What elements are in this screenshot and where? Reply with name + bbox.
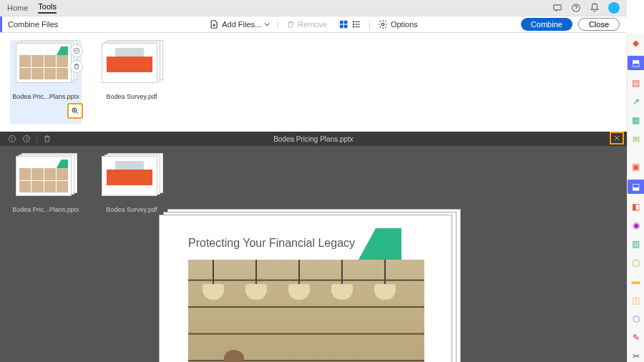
preview-thumb[interactable]: Bodea Survey.pdf	[96, 153, 167, 215]
preview-title: Bodea Pricing Plans.pptx	[273, 135, 353, 143]
options-label: Options	[391, 20, 418, 29]
rail-protect-icon[interactable]: ⬡	[630, 313, 643, 325]
prev-page-icon[interactable]	[7, 134, 17, 144]
app-top-bar: Home Tools	[0, 0, 627, 16]
collapse-icon[interactable]	[70, 44, 83, 57]
rail-edit-icon[interactable]: ▤	[630, 77, 643, 89]
rail-stamp-icon[interactable]: ◉	[630, 220, 643, 231]
rail-organize-icon[interactable]: ▦	[630, 114, 643, 126]
rail-export-icon[interactable]: ↗	[630, 96, 643, 107]
tab-tools[interactable]: Tools	[38, 2, 57, 14]
svg-point-6	[353, 21, 353, 22]
files-grid: Bodea Pric...Plans.pptx Bodea Survey.pdf	[0, 33, 627, 132]
list-view-icon[interactable]	[351, 19, 361, 29]
delete-preview-icon[interactable]	[42, 134, 52, 144]
help-icon[interactable]	[571, 3, 581, 13]
expand-thumbnail-button[interactable]	[67, 103, 83, 119]
grid-view-icon[interactable]	[338, 19, 348, 29]
tab-home[interactable]: Home	[7, 4, 28, 12]
svg-point-12	[381, 23, 384, 26]
rail-combine-icon[interactable]: ⬒	[628, 56, 645, 70]
svg-point-20	[24, 136, 30, 142]
remove-button: Remove	[286, 20, 327, 29]
delete-icon[interactable]	[70, 60, 83, 73]
rail-tool-icon[interactable]: ▣	[630, 161, 643, 172]
preview-area: Bodea Pric...Plans.pptx Bodea Survey.pdf…	[0, 146, 627, 362]
preview-header: | Bodea Pricing Plans.pptx	[0, 132, 627, 146]
svg-point-19	[9, 136, 16, 142]
file-card[interactable]: Bodea Survey.pdf	[96, 40, 167, 124]
rail-sign-icon[interactable]: ✎	[630, 332, 643, 343]
svg-rect-2	[340, 21, 343, 24]
close-button[interactable]: Close	[578, 18, 620, 31]
close-preview-button[interactable]	[610, 132, 624, 145]
svg-point-10	[353, 26, 353, 27]
rail-more-icon[interactable]: ✂	[630, 351, 643, 362]
toolbar-title: Combine Files	[8, 20, 58, 29]
file-label: Bodea Survey.pdf	[96, 205, 167, 215]
slide-photo	[188, 260, 424, 362]
rail-tool-active-icon[interactable]: ⬓	[628, 180, 645, 194]
rail-send-icon[interactable]: ✉	[630, 133, 643, 145]
svg-rect-4	[340, 25, 343, 29]
remove-label: Remove	[298, 20, 327, 29]
file-card-selected[interactable]: Bodea Pric...Plans.pptx	[10, 40, 82, 124]
add-files-label: Add Files...	[222, 20, 261, 29]
rail-measure-icon[interactable]: ▥	[630, 238, 643, 250]
svg-rect-0	[554, 5, 562, 10]
svg-line-16	[77, 112, 79, 114]
file-label: Bodea Pric...Plans.pptx	[10, 92, 82, 102]
svg-point-8	[353, 24, 353, 24]
right-tools-rail: ◆ ⬒ ▤ ↗ ▦ ✉ ▣ ⬓ ◧ ◉ ▥ ▢ ▬ ◫ ⬡ ✎ ✂	[627, 33, 644, 362]
chat-icon[interactable]	[552, 3, 562, 13]
next-page-icon[interactable]	[21, 134, 31, 144]
add-files-button[interactable]: Add Files...	[209, 19, 270, 29]
svg-rect-3	[344, 21, 348, 24]
bell-icon[interactable]	[590, 3, 600, 13]
file-label: Bodea Survey.pdf	[96, 92, 167, 102]
file-label: Bodea Pric...Plans.pptx	[10, 205, 82, 215]
combine-button[interactable]: Combine	[521, 18, 572, 31]
combine-toolbar: Combine Files Add Files... | Remove | Op…	[0, 16, 627, 33]
preview-thumb[interactable]: Bodea Pric...Plans.pptx	[10, 153, 82, 215]
rail-form-icon[interactable]: ◧	[630, 201, 643, 212]
svg-rect-5	[344, 25, 348, 29]
rail-create-pdf-icon[interactable]: ◆	[630, 37, 643, 49]
rail-compare-icon[interactable]: ◫	[630, 294, 643, 305]
avatar[interactable]	[608, 2, 620, 14]
rail-comment-icon[interactable]: ▬	[630, 275, 643, 287]
rail-cert-icon[interactable]: ▢	[630, 257, 643, 268]
options-button[interactable]: Options	[378, 19, 418, 29]
